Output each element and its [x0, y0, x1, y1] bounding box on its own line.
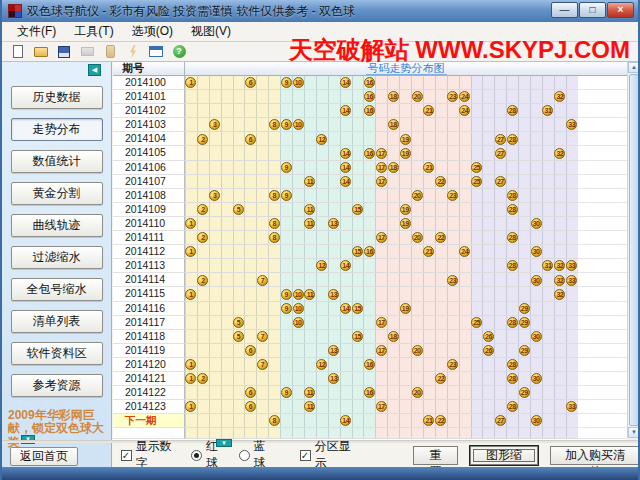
sidebar-item[interactable]: 曲线轨迹: [11, 214, 103, 237]
red-ball: 25: [471, 176, 482, 187]
red-ball: 16: [364, 91, 375, 102]
scroll-down-icon[interactable]: ▼: [628, 427, 640, 438]
menu-item[interactable]: 选项(O): [123, 21, 182, 42]
sidebar-item[interactable]: 参考资源: [11, 374, 103, 397]
vertical-scrollbar[interactable]: ▲ ▼: [627, 62, 640, 438]
red-ball: 14: [340, 303, 351, 314]
blue-ball-radio[interactable]: [239, 450, 250, 461]
red-ball: 33: [566, 260, 577, 271]
sidebar-item[interactable]: 全包号缩水: [11, 278, 103, 301]
period-label: 2014102: [113, 104, 185, 118]
open-folder-icon[interactable]: [30, 43, 52, 61]
graph-zoom-button[interactable]: 图形缩放: [470, 446, 537, 465]
menu-item[interactable]: 文件(F): [8, 21, 65, 42]
red-ball: 15: [352, 303, 363, 314]
window-bottom-frame: [2, 467, 638, 480]
red-ball: 2: [197, 275, 208, 286]
period-label: 2014110: [113, 217, 185, 231]
red-ball: 10: [293, 289, 304, 300]
red-ball: 14: [340, 176, 351, 187]
period-label: 2014123: [113, 400, 185, 414]
red-ball: 30: [531, 275, 542, 286]
row-grid: 61317202629: [185, 344, 578, 358]
chart-window-icon[interactable]: [145, 43, 167, 61]
red-ball: 11: [304, 289, 315, 300]
red-ball: 1: [185, 401, 196, 412]
row-filler: [578, 231, 627, 245]
period-label: 2014107: [113, 175, 185, 189]
row-grid: 161820232432: [185, 90, 578, 104]
sidebar-item[interactable]: 软件资料区: [11, 342, 103, 365]
sidebar-item[interactable]: 清单列表: [11, 310, 103, 333]
sidebar-item[interactable]: 数值统计: [11, 150, 103, 173]
red-ball: 26: [483, 345, 494, 356]
red-ball: 5: [233, 204, 244, 215]
sidebar-item[interactable]: 历史数据: [11, 86, 103, 109]
chart-row: 20141185715182630: [113, 330, 627, 344]
chart-row: 20141231611172833: [113, 400, 627, 414]
row-filler: [578, 132, 627, 146]
row-filler: [578, 146, 627, 160]
sidebar-item[interactable]: 黄金分割: [11, 182, 103, 205]
red-ball: 21: [423, 105, 434, 116]
row-filler: [578, 386, 627, 400]
row-filler: [578, 161, 627, 175]
period-label: 2014121: [113, 372, 185, 386]
red-ball: 2: [197, 204, 208, 215]
red-ball: 20: [412, 345, 423, 356]
red-ball: 25: [471, 162, 482, 173]
red-ball: 20: [412, 190, 423, 201]
period-label: 2014112: [113, 245, 185, 259]
add-to-purchase-list-button[interactable]: 加入购买清单: [550, 446, 640, 465]
row-grid: 1811131930: [185, 217, 578, 231]
sidebar-collapse-icon[interactable]: ◀: [88, 64, 101, 76]
home-button[interactable]: 返回首页: [10, 447, 78, 466]
red-ball: 32: [554, 260, 565, 271]
period-label: 2014120: [113, 358, 185, 372]
row-filler: [578, 175, 627, 189]
red-ball: 2: [197, 373, 208, 384]
minimize-button[interactable]: —: [551, 2, 578, 18]
row-grid: 2817202228: [185, 231, 578, 245]
maximize-button[interactable]: □: [579, 2, 606, 18]
zone-display-checkbox[interactable]: ✓: [300, 450, 311, 461]
red-ball: 9: [281, 77, 292, 88]
sidebar: ◀ 历史数据走势分布数值统计黄金分割曲线轨迹过滤缩水全包号缩水清单列表软件资料区…: [2, 62, 112, 467]
new-file-icon[interactable]: [7, 43, 29, 61]
red-ball: 6: [245, 401, 256, 412]
scrollbar-thumb[interactable]: [629, 74, 639, 426]
red-ball: 7: [257, 275, 268, 286]
save-icon[interactable]: [53, 43, 75, 61]
red-ball: 24: [459, 246, 470, 257]
reset-button[interactable]: 重置: [413, 446, 458, 465]
red-ball-radio[interactable]: [191, 450, 202, 461]
red-ball: 31: [542, 105, 553, 116]
period-label: 2014103: [113, 118, 185, 132]
sidebar-item[interactable]: 走势分布: [11, 118, 103, 141]
trend-chart: 期号 号码走势分布图 20141001691014162014101161820…: [113, 62, 627, 440]
close-button[interactable]: ×: [607, 2, 634, 18]
red-ball: 13: [328, 373, 339, 384]
red-ball: 1: [185, 289, 196, 300]
bolt-icon[interactable]: [122, 43, 144, 61]
red-ball: 13: [328, 289, 339, 300]
menu-item[interactable]: 工具(T): [65, 21, 122, 42]
jar-icon[interactable]: [99, 43, 121, 61]
red-ball: 15: [352, 331, 363, 342]
red-ball: 28: [507, 134, 518, 145]
red-ball: 30: [531, 331, 542, 342]
red-ball: 28: [507, 401, 518, 412]
panel-collapse-icon[interactable]: ▼: [216, 439, 232, 447]
red-ball: 21: [423, 415, 434, 426]
period-label: 2014104: [113, 132, 185, 146]
chart-row: 20141042612192728: [113, 132, 627, 146]
menu-item[interactable]: 视图(V): [182, 21, 240, 42]
show-numbers-checkbox[interactable]: ✓: [121, 450, 132, 461]
red-ball: 27: [495, 148, 506, 159]
print-icon[interactable]: [76, 43, 98, 61]
help-icon[interactable]: ?: [168, 43, 190, 61]
period-label: 2014118: [113, 330, 185, 344]
red-ball: 6: [245, 387, 256, 398]
period-label: 2014114: [113, 273, 185, 287]
sidebar-item[interactable]: 过滤缩水: [11, 246, 103, 269]
